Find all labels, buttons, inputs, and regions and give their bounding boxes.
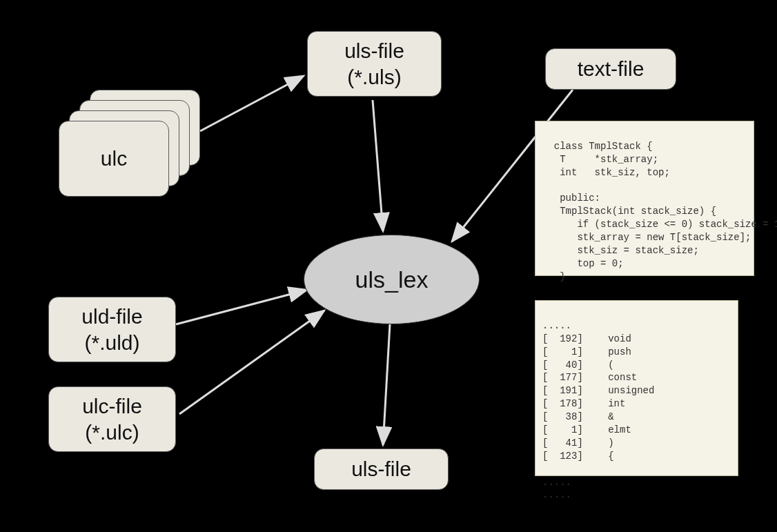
token-text: & bbox=[591, 411, 614, 424]
token-row: [ 40] ( bbox=[542, 359, 731, 372]
token-row: [ 192] void bbox=[542, 333, 731, 346]
token-id: [ 191] bbox=[542, 384, 591, 397]
ulc-file-line1: ulc-file bbox=[82, 393, 142, 420]
token-id: [ 177] bbox=[542, 371, 591, 384]
svg-line-5 bbox=[179, 311, 324, 414]
token-row: [ 123] { bbox=[542, 450, 731, 463]
token-id: [ 178] bbox=[542, 397, 591, 411]
token-row: [ 178] int bbox=[542, 397, 731, 411]
token-row: [ 177] const bbox=[542, 371, 731, 384]
ulc-stack: ulc bbox=[59, 90, 200, 197]
uls-lex-ellipse: uls_lex bbox=[304, 235, 480, 324]
token-text: const bbox=[591, 371, 637, 384]
token-text: int bbox=[591, 397, 625, 411]
uls-lex-label: uls_lex bbox=[355, 266, 429, 293]
token-row: [ 1] elmt bbox=[542, 424, 731, 437]
uls-file-top-line1: uls-file bbox=[344, 38, 404, 64]
token-row: [ 191] unsigned bbox=[542, 384, 731, 397]
token-id: [ 1] bbox=[542, 424, 591, 437]
token-text: void bbox=[591, 333, 631, 346]
token-id: [ 38] bbox=[542, 411, 591, 424]
token-id: [ 123] bbox=[542, 450, 591, 463]
token-row: [ 38] & bbox=[542, 411, 731, 424]
uld-file-line1: uld-file bbox=[81, 304, 142, 330]
token-rows: [ 192] void[ 1] push[ 40] ([ 177] const[… bbox=[542, 333, 731, 463]
token-text: ( bbox=[591, 359, 614, 372]
token-text: unsigned bbox=[591, 384, 654, 397]
text-file-card: text-file bbox=[545, 48, 676, 90]
ulc-file-line2: (*.ulc) bbox=[85, 420, 139, 446]
uld-file-line2: (*.uld) bbox=[84, 330, 139, 356]
token-id: [ 40] bbox=[542, 359, 591, 372]
uld-file-card: uld-file (*.uld) bbox=[48, 297, 176, 362]
svg-line-2 bbox=[373, 100, 383, 231]
svg-line-6 bbox=[383, 324, 390, 445]
token-text: ) bbox=[591, 437, 614, 450]
token-panel: ..... [ 192] void[ 1] push[ 40] ([ 177] … bbox=[535, 300, 738, 476]
token-dots-top: ..... bbox=[542, 320, 571, 331]
svg-line-4 bbox=[176, 290, 307, 324]
ulc-label: ulc bbox=[101, 146, 127, 172]
svg-line-1 bbox=[200, 76, 304, 131]
code-top-text: class TmplStack { T *stk_array; int stk_… bbox=[542, 141, 777, 282]
token-id: [ 192] bbox=[542, 333, 591, 346]
ulc-file-card: ulc-file (*.ulc) bbox=[48, 386, 176, 452]
uls-file-top-card: uls-file (*.uls) bbox=[307, 31, 442, 97]
text-file-label: text-file bbox=[578, 56, 645, 82]
token-text: elmt bbox=[591, 424, 631, 437]
token-id: [ 41] bbox=[542, 437, 591, 450]
token-id: [ 1] bbox=[542, 346, 591, 359]
uls-file-bottom-label: uls-file bbox=[351, 456, 411, 482]
code-panel-top: class TmplStack { T *stk_array; int stk_… bbox=[535, 121, 754, 276]
token-text: push bbox=[591, 346, 631, 359]
token-row: [ 1] push bbox=[542, 346, 731, 359]
uls-file-top-line2: (*.uls) bbox=[347, 64, 401, 90]
token-row: [ 41] ) bbox=[542, 437, 731, 450]
uls-file-bottom-card: uls-file bbox=[314, 449, 449, 490]
token-text: { bbox=[591, 450, 614, 463]
token-dots-bottom: ..... ..... bbox=[542, 477, 571, 501]
